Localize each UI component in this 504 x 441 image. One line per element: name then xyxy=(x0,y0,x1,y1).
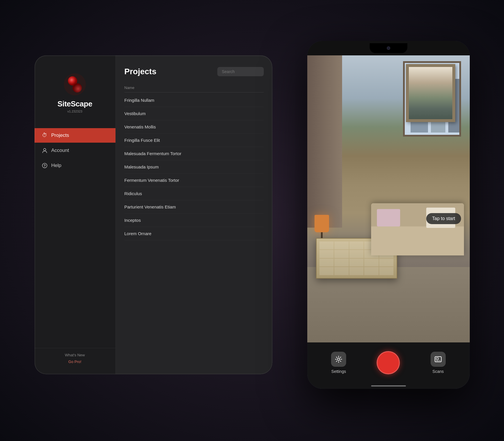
phone-bottom-bar: Settings Scans xyxy=(307,342,470,389)
list-item[interactable]: Fermentum Venenatis Tortor xyxy=(124,174,264,187)
scans-button[interactable]: Scans xyxy=(431,352,446,374)
list-item[interactable]: Lorem Ornare xyxy=(124,227,264,240)
projects-container: Fringilla NullamVestibulumVenenatis Moll… xyxy=(124,94,264,240)
settings-button[interactable]: Settings xyxy=(331,352,346,374)
list-item[interactable]: Parturient Venenatis Etiam xyxy=(124,200,264,214)
svg-point-3 xyxy=(44,148,46,151)
sidebar-nav: ⏱ Projects Account xyxy=(35,122,115,348)
svg-text:?: ? xyxy=(44,164,46,168)
list-item[interactable]: Malesuada Fermentum Tortor xyxy=(124,147,264,160)
svg-point-2 xyxy=(73,83,82,92)
projects-list: Name Fringilla NullamVestibulumVenenatis… xyxy=(124,83,264,363)
svg-point-15 xyxy=(337,358,340,360)
phone-screen: Tap to start xyxy=(307,55,470,342)
list-item[interactable]: Vestibulum xyxy=(124,107,264,120)
tablet-main: Projects Name Fringilla NullamVestibulum… xyxy=(116,55,272,374)
phone-notch xyxy=(370,43,407,53)
phone-device: Tap to start Settings xyxy=(307,41,470,389)
record-button[interactable] xyxy=(377,351,400,374)
projects-icon: ⏱ xyxy=(41,132,48,139)
list-item[interactable]: Malesuada Ipsum xyxy=(124,160,264,174)
settings-icon xyxy=(331,352,346,367)
sidebar-bottom: What's New Go Pro! xyxy=(35,348,115,369)
scans-icon xyxy=(431,352,446,367)
list-item[interactable]: Inceptos xyxy=(124,214,264,227)
phone-camera xyxy=(387,46,390,50)
svg-rect-17 xyxy=(436,358,438,360)
list-item[interactable]: Fringilla Nullam xyxy=(124,94,264,107)
help-icon: ? xyxy=(41,162,48,169)
list-item[interactable]: Ridiculus xyxy=(124,187,264,200)
main-title: Projects xyxy=(124,67,157,76)
scans-label: Scans xyxy=(432,369,444,374)
phone-notch-area xyxy=(307,41,470,55)
search-input[interactable] xyxy=(217,67,264,76)
account-label: Account xyxy=(51,148,69,153)
room-painting xyxy=(406,64,455,122)
tablet-sidebar: SiteScape v1.232323 ⏱ Projects Account xyxy=(35,55,116,374)
app-name: SiteScape xyxy=(57,99,92,108)
whats-new-link[interactable]: What's New xyxy=(65,353,85,357)
scene: SiteScape v1.232323 ⏱ Projects Account xyxy=(35,32,470,409)
tap-to-start-label[interactable]: Tap to start xyxy=(426,213,461,224)
app-version: v1.232323 xyxy=(67,110,82,113)
list-item[interactable]: Fringilla Fusce Elit xyxy=(124,134,264,147)
tablet-device: SiteScape v1.232323 ⏱ Projects Account xyxy=(35,55,272,374)
sidebar-item-help[interactable]: ? Help xyxy=(35,158,115,173)
list-item[interactable]: Venenatis Mollis xyxy=(124,120,264,134)
account-icon xyxy=(41,147,48,154)
go-pro-link[interactable]: Go Pro! xyxy=(68,360,82,364)
sidebar-item-account[interactable]: Account xyxy=(35,143,115,158)
sidebar-item-projects[interactable]: ⏱ Projects xyxy=(35,128,115,143)
logo-area: SiteScape v1.232323 xyxy=(35,67,115,122)
settings-label: Settings xyxy=(331,369,346,374)
room-sofa xyxy=(371,203,464,255)
main-header: Projects xyxy=(124,67,264,76)
help-label: Help xyxy=(51,163,62,168)
sitescape-logo-icon xyxy=(63,73,86,96)
list-column-header: Name xyxy=(124,83,264,92)
room-wall-left xyxy=(307,55,342,228)
home-indicator xyxy=(371,385,406,386)
projects-label: Projects xyxy=(51,133,69,138)
